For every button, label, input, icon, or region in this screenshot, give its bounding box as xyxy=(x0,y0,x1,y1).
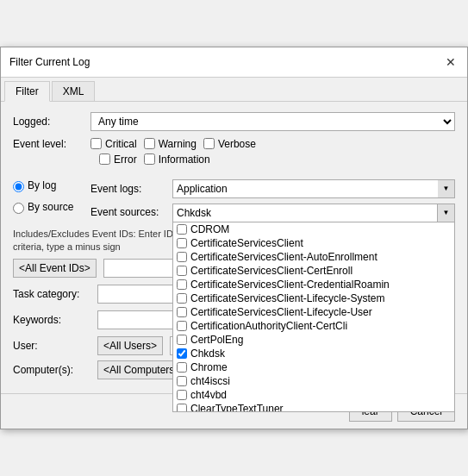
dropdown-item-label-1: CertificateServicesClient xyxy=(190,237,303,249)
critical-checkbox[interactable] xyxy=(90,138,102,149)
dropdown-item-label-13: ClearTypeTextTuner xyxy=(190,403,284,412)
dropdown-item-8[interactable]: CertPolEng xyxy=(173,333,454,347)
event-sources-container: ▼ CDROMCertificateServicesClientCertific… xyxy=(172,204,455,222)
critical-label: Critical xyxy=(105,138,137,150)
tab-xml[interactable]: XML xyxy=(52,81,96,101)
warning-label: Warning xyxy=(159,138,197,150)
event-level-row1: Critical Warning Verbose xyxy=(90,138,256,150)
event-logs-input[interactable] xyxy=(172,179,455,198)
event-sources-label: Event sources: xyxy=(90,204,172,218)
source-input-row: ▼ xyxy=(172,204,455,222)
dropdown-item-checkbox-4[interactable] xyxy=(177,279,187,290)
all-event-ids-button[interactable]: <All Event IDs> xyxy=(13,259,97,278)
dropdown-item-checkbox-5[interactable] xyxy=(177,293,187,304)
warning-checkbox-item[interactable]: Warning xyxy=(144,138,197,150)
event-logs-row: Event logs: ▼ xyxy=(90,179,455,198)
dropdown-item-12[interactable]: cht4vbd xyxy=(173,388,454,402)
event-sources-dropdown-list[interactable]: CDROMCertificateServicesClientCertificat… xyxy=(172,222,455,412)
logged-dropdown[interactable]: Any time xyxy=(90,112,455,131)
dropdown-item-checkbox-9[interactable] xyxy=(177,348,187,359)
logged-row: Logged: Any time xyxy=(13,112,455,131)
event-sources-input[interactable] xyxy=(172,204,438,222)
dropdown-item-checkbox-2[interactable] xyxy=(177,252,187,262)
log-source-controls: Event logs: ▼ Event sources: ▼ xyxy=(90,179,455,222)
radio-group: By log By source xyxy=(13,179,90,222)
user-label: User: xyxy=(13,340,90,352)
logged-control: Any time xyxy=(90,112,455,131)
dropdown-item-checkbox-12[interactable] xyxy=(177,390,187,400)
dropdown-item-label-10: Chrome xyxy=(190,361,228,373)
dropdown-item-checkbox-0[interactable] xyxy=(177,224,187,235)
information-checkbox-item[interactable]: Information xyxy=(144,153,210,166)
title-bar: Filter Current Log ✕ xyxy=(1,47,467,78)
error-checkbox[interactable] xyxy=(99,153,110,165)
dropdown-item-4[interactable]: CertificateServicesClient-CredentialRoam… xyxy=(173,278,454,291)
filter-dialog: Filter Current Log ✕ Filter XML Logged: … xyxy=(0,47,468,430)
warning-checkbox[interactable] xyxy=(144,138,155,149)
dropdown-item-7[interactable]: CertificationAuthorityClient-CertCli xyxy=(173,319,454,333)
dropdown-item-label-9: Chkdsk xyxy=(190,348,225,360)
dropdown-item-checkbox-8[interactable] xyxy=(177,335,187,345)
dropdown-item-checkbox-6[interactable] xyxy=(177,307,187,317)
dropdown-item-label-12: cht4vbd xyxy=(190,389,227,401)
dropdown-item-label-4: CertificateServicesClient-CredentialRoam… xyxy=(190,279,390,291)
event-level-row: Event level: Critical Warning Verbose xyxy=(13,138,455,172)
close-button[interactable]: ✕ xyxy=(443,54,459,70)
dropdown-item-label-6: CertificateServicesClient-Lifecycle-User xyxy=(190,306,372,318)
by-log-radio[interactable] xyxy=(13,181,24,192)
event-level-row2: Error Information xyxy=(90,153,256,166)
information-checkbox[interactable] xyxy=(144,153,155,165)
logged-label: Logged: xyxy=(13,116,90,128)
dropdown-item-6[interactable]: CertificateServicesClient-Lifecycle-User xyxy=(173,305,454,319)
dropdown-item-label-2: CertificateServicesClient-AutoEnrollment xyxy=(190,251,378,263)
dropdown-item-2[interactable]: CertificateServicesClient-AutoEnrollment xyxy=(173,250,454,264)
by-source-label: By source xyxy=(28,201,73,213)
dropdown-item-checkbox-3[interactable] xyxy=(177,266,187,276)
dropdown-item-label-11: cht4iscsi xyxy=(190,375,230,387)
dropdown-item-label-3: CertificateServicesClient-CertEnroll xyxy=(190,265,353,277)
dropdown-item-checkbox-11[interactable] xyxy=(177,376,187,386)
critical-checkbox-item[interactable]: Critical xyxy=(90,138,137,150)
task-category-label: Task category: xyxy=(13,288,90,300)
dropdown-item-label-5: CertificateServicesClient-Lifecycle-Syst… xyxy=(190,292,384,304)
dropdown-item-checkbox-10[interactable] xyxy=(177,362,187,373)
event-sources-row: Event sources: ▼ CDROMCertificateService… xyxy=(90,204,455,222)
information-label: Information xyxy=(159,153,210,166)
keywords-label: Keywords: xyxy=(13,314,90,326)
dropdown-item-1[interactable]: CertificateServicesClient xyxy=(173,236,454,250)
event-logs-arrow[interactable]: ▼ xyxy=(438,179,455,198)
by-source-radio[interactable] xyxy=(13,203,24,214)
dropdown-item-5[interactable]: CertificateServicesClient-Lifecycle-Syst… xyxy=(173,291,454,305)
dropdown-item-10[interactable]: Chrome xyxy=(173,360,454,374)
event-sources-arrow[interactable]: ▼ xyxy=(438,204,455,222)
by-source-radio-item[interactable]: By source xyxy=(13,201,90,214)
error-checkbox-item[interactable]: Error xyxy=(99,153,137,166)
by-log-radio-item[interactable]: By log xyxy=(13,179,90,192)
dialog-title: Filter Current Log xyxy=(9,56,90,68)
dropdown-item-label-8: CertPolEng xyxy=(190,334,243,346)
dropdown-item-label-7: CertificationAuthorityClient-CertCli xyxy=(190,320,347,332)
dropdown-item-3[interactable]: CertificateServicesClient-CertEnroll xyxy=(173,264,454,278)
dropdown-item-9[interactable]: Chkdsk xyxy=(173,347,454,360)
dropdown-item-checkbox-1[interactable] xyxy=(177,238,187,248)
all-users-button[interactable]: <All Users> xyxy=(97,336,163,355)
event-level-section: Critical Warning Verbose Error xyxy=(90,138,256,166)
event-logs-label: Event logs: xyxy=(90,183,172,195)
tab-bar: Filter XML xyxy=(1,78,467,102)
tab-filter[interactable]: Filter xyxy=(4,81,50,102)
dropdown-item-label-0: CDROM xyxy=(190,223,229,235)
verbose-label: Verbose xyxy=(218,138,256,150)
dropdown-item-11[interactable]: cht4iscsi xyxy=(173,374,454,388)
dropdown-item-0[interactable]: CDROM xyxy=(173,222,454,236)
dropdown-item-checkbox-13[interactable] xyxy=(177,404,187,412)
verbose-checkbox[interactable] xyxy=(203,138,215,149)
verbose-checkbox-item[interactable]: Verbose xyxy=(203,138,256,150)
error-label: Error xyxy=(114,153,137,166)
computer-label: Computer(s): xyxy=(13,364,90,376)
dropdown-item-13[interactable]: ClearTypeTextTuner xyxy=(173,402,454,412)
event-logs-wrapper: ▼ xyxy=(172,179,455,198)
by-log-label: By log xyxy=(28,179,56,191)
dropdown-item-checkbox-7[interactable] xyxy=(177,321,187,331)
event-level-label: Event level: xyxy=(13,138,90,150)
filter-content: Logged: Any time Event level: Critical xyxy=(1,102,467,394)
